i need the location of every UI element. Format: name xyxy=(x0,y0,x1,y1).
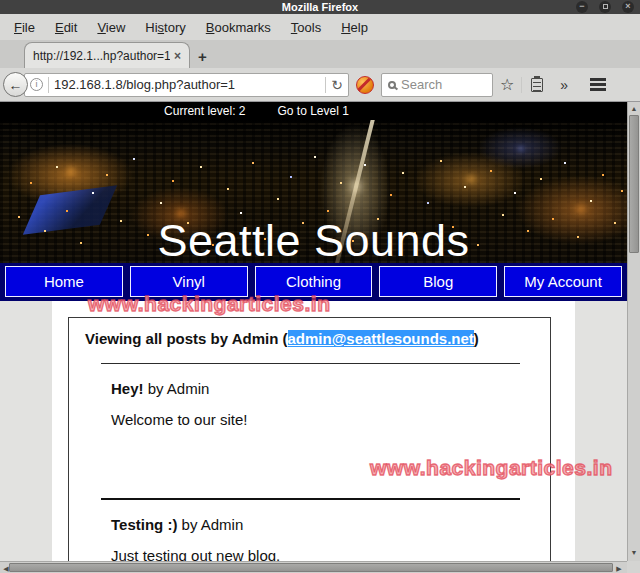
post-byline: by Admin xyxy=(182,516,244,533)
vertical-scrollbar[interactable]: ▲ ▼ xyxy=(627,102,640,561)
menu-file[interactable]: File xyxy=(4,16,45,39)
tab-close-icon[interactable]: × xyxy=(174,49,181,63)
viewing-heading: Viewing all posts by Admin (admin@seattl… xyxy=(85,330,534,347)
post-spacer xyxy=(69,428,550,498)
post-body: Just testing out new blog. xyxy=(111,547,508,561)
close-icon[interactable]: × xyxy=(622,1,634,13)
tab-bar: http://192.1...hp?author=1 × + xyxy=(0,40,640,68)
nav-blog-button[interactable]: Blog xyxy=(379,266,497,297)
tab-title: http://192.1...hp?author=1 xyxy=(33,49,170,63)
menu-view[interactable]: View xyxy=(87,16,135,39)
menu-help[interactable]: Help xyxy=(331,16,378,39)
post-title: Hey! xyxy=(111,380,144,397)
scrollbar-corner xyxy=(627,561,640,573)
menu-bar: File Edit View History Bookmarks Tools H… xyxy=(0,14,640,40)
url-input[interactable] xyxy=(54,77,320,92)
blog-container: Viewing all posts by Admin (admin@seattl… xyxy=(52,301,575,561)
nav-clothing-button[interactable]: Clothing xyxy=(255,266,373,297)
window-title: Mozilla Firefox xyxy=(282,1,358,13)
nav-vinyl-button[interactable]: Vinyl xyxy=(130,266,248,297)
search-input[interactable] xyxy=(401,77,486,92)
site-info-icon[interactable]: i xyxy=(30,78,43,91)
search-icon xyxy=(388,81,396,89)
site-navigation: Home Vinyl Clothing Blog My Account xyxy=(0,263,627,301)
minimize-icon[interactable]: − xyxy=(576,1,588,13)
navigation-toolbar: ← i ↻ ☆ » xyxy=(0,68,640,102)
author-email-link[interactable]: admin@seattlesounds.net xyxy=(288,330,474,347)
page-viewport: Current level: 2 Go to Level 1 Seattle S… xyxy=(0,102,627,561)
scroll-right-icon[interactable]: ▶ xyxy=(613,563,625,573)
menu-tools[interactable]: Tools xyxy=(281,16,331,39)
post-title: Testing :) xyxy=(111,516,177,533)
post-divider xyxy=(101,363,520,364)
post-body: Welcome to our site! xyxy=(111,411,508,428)
back-arrow-icon: ← xyxy=(9,77,23,93)
back-button[interactable]: ← xyxy=(3,72,28,97)
maximize-square xyxy=(603,4,608,9)
browser-tab[interactable]: http://192.1...hp?author=1 × xyxy=(24,42,190,68)
new-tab-button[interactable]: + xyxy=(198,48,207,65)
divider xyxy=(325,77,326,93)
current-level-text: Current level: 2 xyxy=(164,104,245,118)
goto-level-link[interactable]: Go to Level 1 xyxy=(277,104,348,118)
hamburger-menu-icon[interactable] xyxy=(590,76,606,94)
level-bar: Current level: 2 Go to Level 1 xyxy=(0,102,627,120)
post-divider xyxy=(101,498,520,500)
post-title-line: Testing :) by Admin xyxy=(111,516,508,533)
divider xyxy=(521,77,522,93)
scroll-down-icon[interactable]: ▼ xyxy=(628,547,640,558)
site-title: Seattle Sounds xyxy=(0,218,627,263)
menu-bookmarks[interactable]: Bookmarks xyxy=(196,16,281,39)
bookmark-star-icon[interactable]: ☆ xyxy=(493,75,521,94)
noscript-extension-icon[interactable] xyxy=(356,76,374,94)
divider xyxy=(48,77,49,93)
menu-history[interactable]: History xyxy=(135,16,195,39)
posts-box: Viewing all posts by Admin (admin@seattl… xyxy=(68,317,551,561)
maximize-icon[interactable] xyxy=(599,1,611,13)
vertical-scroll-thumb[interactable] xyxy=(629,115,639,253)
horizontal-scrollbar[interactable]: ◀ ▶ xyxy=(0,561,627,573)
nav-home-button[interactable]: Home xyxy=(5,266,123,297)
nav-myaccount-button[interactable]: My Account xyxy=(504,266,622,297)
url-bar[interactable]: i ↻ xyxy=(24,73,349,97)
post-title-line: Hey! by Admin xyxy=(111,380,508,397)
window-titlebar: Mozilla Firefox − × xyxy=(0,0,640,14)
scroll-up-icon[interactable]: ▲ xyxy=(628,103,640,114)
window-controls: − × xyxy=(576,1,634,13)
hero-city-glows xyxy=(0,120,2,122)
overflow-chevron-icon[interactable]: » xyxy=(552,77,576,93)
post-byline: by Admin xyxy=(148,380,210,397)
menu-edit[interactable]: Edit xyxy=(45,16,87,39)
hero-image: Seattle Sounds xyxy=(0,120,627,263)
horizontal-scroll-thumb[interactable] xyxy=(9,563,613,572)
reload-icon[interactable]: ↻ xyxy=(331,77,343,93)
search-bar[interactable] xyxy=(381,73,493,97)
bookmarks-library-icon[interactable] xyxy=(531,78,543,92)
